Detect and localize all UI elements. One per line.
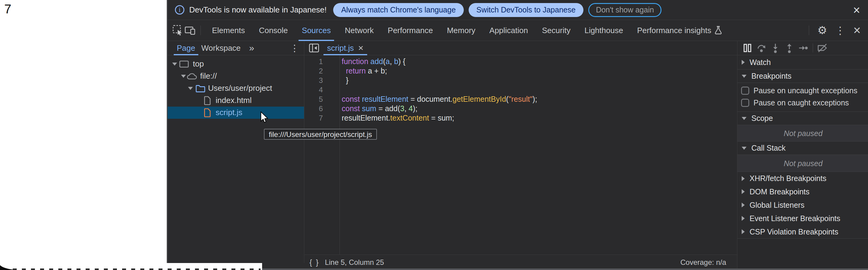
- line-number[interactable]: 3: [305, 76, 323, 85]
- page-content-number: 7: [4, 2, 11, 17]
- tab-lighthouse[interactable]: Lighthouse: [577, 20, 630, 41]
- code-token: a: [386, 57, 390, 66]
- section-dom-breakpoints[interactable]: DOM Breakpoints: [737, 185, 868, 198]
- notification-message: DevTools is now available in Japanese!: [189, 5, 327, 14]
- editor-toolbar: script.js ×: [305, 41, 737, 55]
- expanded-arrow-icon: [742, 147, 746, 150]
- step-into-button[interactable]: [768, 42, 782, 54]
- code-token: add: [371, 57, 383, 66]
- switch-to-japanese-button[interactable]: Switch DevTools to Japanese: [469, 3, 584, 17]
- tab-sources[interactable]: Sources: [295, 20, 338, 41]
- tab-network[interactable]: Network: [338, 20, 380, 41]
- tab-console[interactable]: Console: [252, 20, 294, 41]
- expand-arrow-icon[interactable]: [188, 87, 193, 90]
- mouse-cursor: [260, 112, 269, 124]
- code-token: sum: [362, 104, 376, 113]
- code-token: 4: [408, 104, 413, 113]
- navigator-menu-kebab-icon[interactable]: ⋮: [290, 43, 299, 54]
- expanded-arrow-icon: [742, 117, 746, 120]
- line-number[interactable]: 7: [305, 113, 323, 123]
- step-over-button[interactable]: [754, 42, 768, 54]
- section-event-listener-breakpoints[interactable]: Event Listener Breakpoints: [737, 212, 868, 225]
- navigator-tab-page[interactable]: Page: [174, 41, 198, 55]
- section-watch[interactable]: Watch: [737, 55, 868, 69]
- expand-arrow-icon[interactable]: [181, 75, 186, 78]
- section-xhr-breakpoints[interactable]: XHR/fetch Breakpoints: [737, 172, 868, 185]
- notification-bar: i DevTools is now available in Japanese!…: [168, 0, 868, 20]
- code-line: 2 return a + b;: [305, 66, 737, 76]
- tree-item-index-html[interactable]: index.html: [168, 94, 304, 107]
- device-toolbar-icon[interactable]: [184, 24, 196, 36]
- tab-security[interactable]: Security: [535, 20, 578, 41]
- code-token: resultElement: [362, 95, 408, 103]
- tab-close-icon[interactable]: ×: [358, 43, 364, 53]
- tab-performance[interactable]: Performance: [381, 20, 440, 41]
- dont-show-again-button[interactable]: Don't show again: [588, 3, 661, 17]
- editor-tab-script-js[interactable]: script.js ×: [323, 41, 367, 55]
- pause-uncaught-exceptions-row[interactable]: Pause on uncaught exceptions: [737, 84, 868, 97]
- code-token: );: [413, 104, 417, 113]
- more-options-kebab-icon[interactable]: ⋮: [835, 25, 845, 35]
- code-editor[interactable]: 1function add(a, b) { 2 return a + b; 3 …: [305, 55, 737, 254]
- tab-elements[interactable]: Elements: [205, 20, 252, 41]
- code-token: }: [342, 76, 348, 84]
- line-number[interactable]: 4: [305, 85, 323, 94]
- section-global-listeners[interactable]: Global Listeners: [737, 198, 868, 212]
- tree-item-script-js[interactable]: script.js: [168, 107, 304, 119]
- line-number[interactable]: 5: [305, 94, 323, 104]
- flask-icon: [714, 26, 722, 35]
- tree-item-project-folder[interactable]: Users/user/project: [168, 82, 304, 94]
- file-icon: [204, 96, 211, 105]
- code-token: (: [506, 95, 508, 103]
- folder-icon: [195, 85, 205, 93]
- tab-memory[interactable]: Memory: [440, 20, 482, 41]
- more-tabs-chevrons-icon[interactable]: »: [249, 43, 254, 53]
- line-number[interactable]: 6: [305, 104, 323, 113]
- step-out-button[interactable]: [782, 42, 796, 54]
- cutoff-content-marks: [13, 268, 260, 270]
- devtools-close-icon[interactable]: ×: [853, 24, 861, 37]
- tab-performance-insights[interactable]: Performance insights: [630, 20, 729, 41]
- expand-arrow-icon[interactable]: [172, 63, 177, 66]
- toolbar-separator: [200, 26, 201, 35]
- section-csp-violation-breakpoints[interactable]: CSP Violation Breakpoints: [737, 225, 868, 238]
- pause-caught-exceptions-row[interactable]: Pause on caught exceptions: [737, 97, 868, 109]
- deactivate-breakpoints-button[interactable]: [815, 42, 830, 54]
- tab-application[interactable]: Application: [482, 20, 535, 41]
- code-token: textContent: [390, 114, 429, 122]
- code-token: function: [342, 57, 368, 66]
- navigator-tab-workspace[interactable]: Workspace: [198, 41, 244, 55]
- section-call-stack[interactable]: Call Stack: [737, 141, 868, 155]
- settings-gear-icon[interactable]: ⚙: [817, 25, 827, 36]
- step-button[interactable]: [796, 42, 810, 54]
- pretty-print-icon[interactable]: { }: [309, 258, 319, 267]
- pause-script-button[interactable]: [740, 42, 754, 54]
- code-token: 3: [400, 104, 404, 113]
- code-line: 3 }: [305, 76, 737, 85]
- section-scope[interactable]: Scope: [737, 112, 868, 125]
- js-file-icon: [204, 108, 211, 117]
- section-breakpoints[interactable]: Breakpoints: [737, 69, 868, 83]
- frame-icon: [179, 60, 189, 68]
- sidebar-empty-area: [737, 238, 868, 270]
- code-line: 7resultElement.textContent = sum;: [305, 113, 737, 123]
- line-number[interactable]: 1: [305, 57, 323, 66]
- inspect-element-icon[interactable]: [172, 24, 184, 36]
- checkbox-unchecked[interactable]: [741, 87, 749, 95]
- line-number[interactable]: 2: [305, 66, 323, 76]
- debugger-sidebar: Watch Breakpoints Pause on uncaught exce…: [737, 41, 868, 270]
- tree-item-top[interactable]: top: [168, 58, 304, 70]
- hide-navigator-icon[interactable]: [309, 43, 319, 53]
- code-token: (: [383, 57, 385, 66]
- toolbar-separator: [813, 43, 813, 53]
- tree-item-file-protocol[interactable]: file://: [168, 70, 304, 82]
- code-token: = sum;: [429, 114, 454, 122]
- cloud-icon: [187, 72, 197, 80]
- code-token: [360, 104, 362, 113]
- file-tree: top file:// Users/user/project: [168, 55, 304, 119]
- checkbox-unchecked[interactable]: [741, 99, 749, 107]
- always-match-language-button[interactable]: Always match Chrome's language: [333, 3, 463, 17]
- devtools-window: i DevTools is now available in Japanese!…: [167, 0, 868, 270]
- collapsed-arrow-icon: [742, 176, 745, 181]
- notification-close-icon[interactable]: ×: [853, 4, 860, 16]
